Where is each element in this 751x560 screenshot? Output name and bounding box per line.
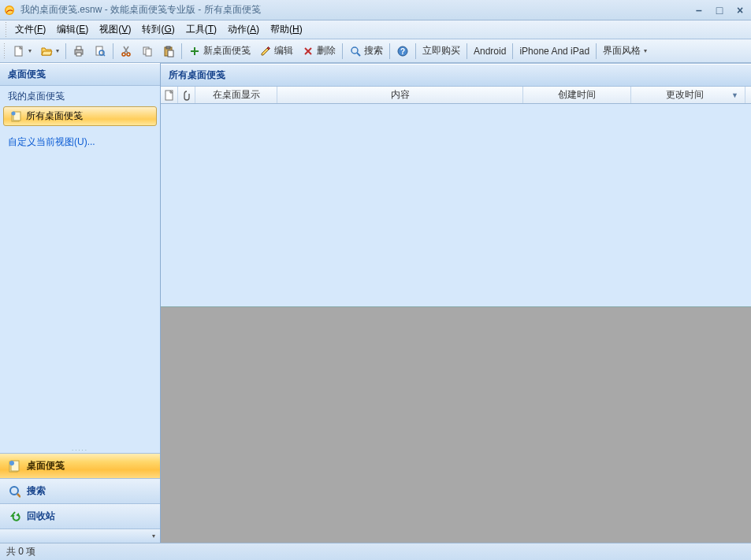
new-note-button[interactable]: 新桌面便笺	[184, 42, 255, 60]
menu-goto[interactable]: 转到(G)	[136, 21, 180, 38]
svg-line-33	[17, 494, 20, 497]
print-button[interactable]	[69, 43, 89, 60]
help-icon-button[interactable]: ?	[392, 43, 413, 60]
col-attach[interactable]	[178, 87, 195, 103]
menu-view[interactable]: 视图(V)	[94, 21, 136, 38]
list-header: 在桌面显示 内容 创建时间 更改时间▼	[161, 87, 751, 104]
svg-point-9	[122, 53, 125, 56]
nav-search-label: 搜索	[27, 484, 46, 498]
nav-recycle-label: 回收站	[27, 510, 55, 523]
list-body[interactable]	[161, 104, 751, 306]
search-nav-icon	[8, 485, 20, 498]
tree-all-label: 所有桌面便笺	[26, 109, 83, 123]
paste-icon	[162, 45, 175, 57]
col-icon[interactable]	[161, 87, 178, 103]
sidebar-nav: 桌面便笺 搜索 回收站 ▾	[0, 453, 160, 543]
nav-expand-button[interactable]: ▾	[0, 528, 160, 543]
print-icon	[72, 45, 85, 57]
tree-root[interactable]: 我的桌面便笺	[0, 87, 160, 106]
customize-view-link[interactable]: 自定义当前视图(U)...	[0, 133, 160, 151]
delete-label: 删除	[317, 44, 336, 57]
buy-now-label: 立即购买	[422, 44, 460, 57]
col-created[interactable]: 创建时间	[523, 87, 631, 103]
main-area: 桌面便笺 我的桌面便笺 所有桌面便笺 自定义当前视图(U)... ····· 桌…	[0, 63, 751, 543]
svg-point-22	[351, 47, 358, 54]
menu-grip[interactable]	[5, 21, 8, 39]
col-spacer	[745, 87, 751, 103]
cut-button[interactable]	[116, 43, 136, 60]
svg-rect-5	[76, 53, 81, 56]
menu-bar: 文件(F) 编辑(E) 视图(V) 转到(G) 工具(T) 动作(A) 帮助(H…	[0, 20, 751, 39]
sidebar-tree: 我的桌面便笺 所有桌面便笺 自定义当前视图(U)...	[0, 86, 160, 448]
print-preview-icon	[94, 45, 106, 57]
delete-icon	[302, 45, 314, 57]
page-icon	[163, 89, 176, 102]
svg-rect-17	[168, 50, 173, 57]
svg-point-32	[10, 487, 18, 495]
maximize-button[interactable]: □	[712, 4, 727, 17]
svg-point-10	[127, 53, 130, 56]
paste-button[interactable]	[158, 43, 179, 60]
open-button[interactable]: ▾	[36, 43, 63, 60]
help-icon: ?	[396, 45, 409, 57]
app-icon	[3, 4, 16, 17]
attachment-icon	[180, 89, 193, 102]
sidebar-title: 桌面便笺	[0, 63, 160, 86]
android-button[interactable]: Android	[470, 43, 510, 59]
iphone-button[interactable]: iPhone And iPad	[515, 43, 593, 59]
menu-help[interactable]: 帮助(H)	[265, 21, 308, 38]
iphone-label: iPhone And iPad	[519, 46, 589, 57]
sort-desc-icon: ▼	[731, 91, 738, 99]
new-file-icon	[13, 45, 25, 57]
preview-pane	[161, 306, 751, 543]
title-bar: 我的桌面便笺.esnw - 效能桌面便笺专业版 - 所有桌面便笺 – □ ×	[0, 0, 751, 20]
menu-tools[interactable]: 工具(T)	[180, 21, 222, 38]
svg-rect-14	[146, 49, 151, 56]
status-count: 共 0 项	[6, 545, 35, 558]
col-content[interactable]: 内容	[277, 87, 523, 103]
sidebar: 桌面便笺 我的桌面便笺 所有桌面便笺 自定义当前视图(U)... ····· 桌…	[0, 63, 161, 543]
nav-recycle[interactable]: 回收站	[0, 503, 160, 528]
copy-button[interactable]	[137, 43, 158, 60]
search-button[interactable]: 搜索	[345, 42, 387, 60]
new-note-label: 新桌面便笺	[203, 44, 251, 57]
svg-rect-16	[166, 46, 170, 49]
menu-edit[interactable]: 编辑(E)	[51, 21, 94, 38]
toolbar: ▾ ▾ 新桌面便笺 编辑 删除 搜索 ? 立即购买 Android iPhone…	[0, 39, 751, 63]
window-controls: – □ ×	[691, 4, 748, 17]
nav-notes[interactable]: 桌面便笺	[0, 453, 160, 478]
close-button[interactable]: ×	[732, 4, 748, 17]
android-label: Android	[474, 46, 506, 57]
plus-icon	[188, 45, 201, 57]
svg-point-31	[9, 461, 14, 465]
search-icon	[349, 45, 362, 57]
skin-label: 界面风格	[603, 44, 641, 57]
nav-notes-label: 桌面便笺	[27, 459, 65, 473]
chevron-down-icon: ▾	[152, 532, 155, 540]
folder-open-icon	[40, 45, 53, 57]
search-label: 搜索	[364, 44, 383, 57]
delete-button[interactable]: 删除	[298, 42, 340, 60]
buy-now-button[interactable]: 立即购买	[418, 42, 464, 60]
toolbar-grip[interactable]	[3, 43, 6, 60]
status-bar: 共 0 项	[0, 543, 751, 560]
svg-line-23	[357, 53, 360, 56]
content-pane: 所有桌面便笺 在桌面显示 内容 创建时间 更改时间▼	[161, 63, 751, 543]
edit-button[interactable]: 编辑	[255, 42, 297, 60]
notes-icon	[10, 110, 23, 123]
print-preview-button[interactable]	[90, 43, 110, 60]
col-modified-label: 更改时间	[638, 88, 731, 102]
svg-text:?: ?	[400, 47, 405, 56]
tree-all-notes[interactable]: 所有桌面便笺	[3, 106, 157, 126]
new-button[interactable]: ▾	[9, 43, 35, 60]
col-show-desktop[interactable]: 在桌面显示	[195, 87, 277, 103]
menu-actions[interactable]: 动作(A)	[222, 21, 265, 38]
skin-button[interactable]: 界面风格▾	[599, 42, 651, 60]
cut-icon	[120, 45, 132, 57]
nav-search[interactable]: 搜索	[0, 478, 160, 503]
col-modified[interactable]: 更改时间▼	[631, 87, 745, 103]
edit-label: 编辑	[274, 44, 293, 57]
minimize-button[interactable]: –	[691, 4, 707, 17]
menu-file[interactable]: 文件(F)	[9, 21, 51, 38]
svg-rect-4	[76, 46, 81, 50]
